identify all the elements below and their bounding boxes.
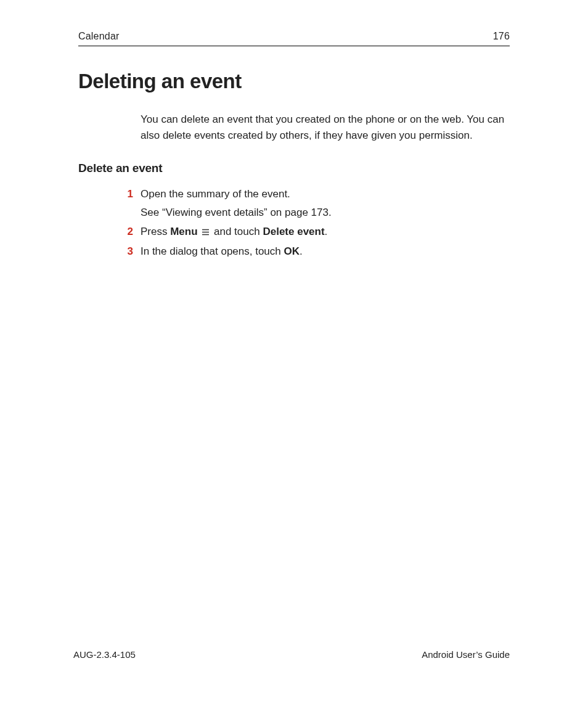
delete-event-word: Delete event <box>263 226 324 237</box>
footer-left: AUG-2.3.4-105 <box>73 649 136 660</box>
footer-right: Android User’s Guide <box>422 649 510 660</box>
menu-icon <box>202 229 210 236</box>
step-body: Press Menu and touch Delete event. <box>141 224 510 240</box>
step-3: 3 In the dialog that opens, touch OK. <box>141 244 510 260</box>
page-header: Calendar 176 <box>78 31 510 46</box>
step-body: In the dialog that opens, touch OK. <box>141 244 510 260</box>
ok-word: OK <box>284 245 300 257</box>
step-text-post: . <box>300 245 303 257</box>
step-subtext: See “Viewing event details” on page 173. <box>141 205 510 221</box>
step-text: Open the summary of the event. <box>141 188 290 200</box>
menu-word: Menu <box>170 226 197 237</box>
step-text-pre: In the dialog that opens, touch <box>141 245 284 257</box>
step-text-pre: Press <box>141 226 170 237</box>
page-footer: AUG-2.3.4-105 Android User’s Guide <box>73 649 510 660</box>
header-page-number: 176 <box>493 31 510 42</box>
header-section: Calendar <box>78 31 120 42</box>
steps-list: 1 Open the summary of the event. See “Vi… <box>141 186 510 260</box>
page-title: Deleting an event <box>78 70 510 93</box>
step-2: 2 Press Menu and touch Delete event. <box>141 224 510 240</box>
subheading: Delete an event <box>78 162 510 175</box>
step-text-post: . <box>325 226 328 237</box>
step-1: 1 Open the summary of the event. See “Vi… <box>141 186 510 221</box>
step-number: 3 <box>118 244 133 260</box>
intro-paragraph: You can delete an event that you created… <box>141 112 510 144</box>
step-number: 1 <box>118 186 133 202</box>
step-text-mid: and touch <box>211 226 263 237</box>
step-number: 2 <box>118 224 133 240</box>
page: Calendar 176 Deleting an event You can d… <box>0 0 588 706</box>
step-body: Open the summary of the event. See “View… <box>141 186 510 221</box>
